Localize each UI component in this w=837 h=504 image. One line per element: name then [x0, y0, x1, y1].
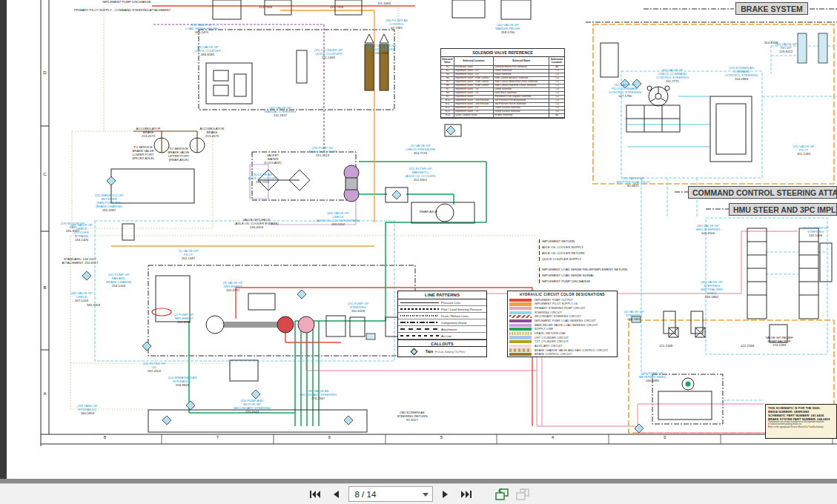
viewer-toolbar: 8 / 14: [0, 483, 837, 504]
schematic-annotation: 111-1463: [371, 1, 397, 5]
solenoid-table-title: SOLENOID VALVE REFERENCE: [441, 49, 564, 57]
solenoid-table-row: E14 Quick Coupler Valve Enable Solenoid …: [441, 114, 564, 118]
color-swatch: [509, 324, 532, 327]
next-page-button[interactable]: [437, 486, 454, 503]
component-label: (7) CYLINDER GP STEERING 142-1406: [792, 222, 837, 241]
callouts-title: CALLOUTS: [398, 339, 486, 347]
grid-row-label: C: [41, 172, 49, 179]
grid-row-label: A: [41, 391, 49, 399]
line-pattern-sample: [400, 335, 439, 336]
grid-column-label: 4: [497, 435, 609, 444]
previous-view-button[interactable]: [494, 486, 510, 503]
component-label: (12) VALVE GP SHUTTLE DUAL PILOT 8J-6875: [604, 173, 662, 191]
port-callout: IMPLEMENT LOAD SENSE SIGNAL: [539, 273, 595, 277]
color-swatch: [509, 328, 532, 331]
component-label: (1) VALVE GP PILOT 252-1587: [168, 245, 209, 264]
component-label: (8) CORE AS AXLE OIL COOLER 313-7721: [236, 169, 289, 188]
port-callout: IMPLEMENT LOAD SENSE RELIEF/IMPLEMENT RE…: [539, 268, 627, 271]
color-swatch: [509, 299, 532, 302]
component-label: (4) VALVE GP STEERING 246-5861: [612, 306, 655, 325]
component-label: (49) VALVE GP CHECK (COOLER BYPASS) 244-…: [61, 219, 102, 245]
color-swatch: [509, 307, 532, 310]
color-swatch: [509, 311, 532, 314]
line-pattern-row: Pilot / Load Sensing Pressure: [398, 306, 486, 313]
schematic-annotation: TO SERVICE BRAKE VALVE UPPER PORT (REAR …: [162, 147, 196, 162]
color-swatch: [509, 332, 532, 335]
next-view-button[interactable]: [515, 486, 531, 503]
color-swatch: [509, 348, 532, 351]
solenoid-table-header-cell: Solenoid Location: [454, 57, 494, 65]
grid-column-label: 7: [162, 435, 274, 444]
first-page-button[interactable]: [307, 486, 323, 503]
component-label: (27) SCREEN AS COMMAND CONTROL STEERING …: [713, 62, 770, 84]
section-title-hmu-steer: HMU STEER AND 3PC IMPLEMENT VALVE: [729, 203, 837, 216]
schematic-annotation: ACCUMULATOR BRAKE 213-4573: [194, 127, 230, 138]
schematic-annotation: 122-2348: [652, 344, 679, 348]
schematic-annotation: STANDARD: 244-5417 ATTACHMENT: 250-8517: [50, 257, 110, 265]
schematic-annotation: (38) SCREEN AS STEERING RETURN 9T-9227: [388, 411, 436, 422]
hydraulic-color-designations-table: HYDRAULIC CIRCUIT COLOR DESIGNATIONS IMP…: [507, 291, 618, 357]
component-label: (45) VALVE GP STEERING NEUTRALIZER (HMU)…: [688, 276, 735, 302]
component-label: (33) CYLINDER GP QUICK COUPLER 211-1463: [356, 40, 408, 59]
chevron-down-icon: [423, 493, 429, 497]
last-page-button[interactable]: [458, 486, 474, 503]
schematic-annotation: 122-2348: [734, 344, 761, 348]
color-swatch: [509, 302, 532, 305]
schematic-annotation: 314-3338: [758, 41, 784, 44]
component-label: (46) VALVE GP HMU STEERING 142-4500: [682, 220, 734, 239]
component-label: (30) FILTER AS CONTROL 47-7581: [374, 15, 419, 33]
page-selector[interactable]: 8 / 14: [348, 486, 433, 502]
component-label: (2) PUMP GP IMPLEMENT 241-8692: [162, 309, 206, 328]
note-box-line: Refer to the appropriate Service Manual …: [768, 426, 836, 428]
color-swatch: [509, 319, 532, 322]
component-label: (10) PUMP GP METERING (HMU) 246-6995: [626, 368, 678, 386]
line-pattern-sample: [400, 302, 439, 303]
component-label: (5) VALVE GP CHECK PRESSURE 353-7176: [394, 140, 446, 159]
color-swatch: [509, 345, 532, 348]
schematic-annotation: REAR AXLE: [414, 210, 443, 213]
component-label: (41) VALVE GP QUICK COUPLER 284-6585: [182, 42, 234, 60]
page-indicator: 8 / 14: [355, 490, 377, 499]
schematic-annotation: 330-9358: [80, 303, 107, 307]
schematic-annotation: JACKET WATER (COOLANT): [258, 153, 288, 165]
line-pattern-row: Component Group: [398, 319, 486, 326]
line-pattern-row: Drain / Return Lines: [398, 313, 486, 319]
tap-diamond-icon: [411, 348, 418, 356]
section-title-command-control-steering: COMMAND CONTROL STEERING ATTACHMENT: [688, 186, 837, 199]
color-swatch: [509, 340, 532, 343]
component-label: (40) VALVE GP MARGIN RELIEF 318-5730: [482, 19, 534, 38]
port-callout: AXLE OIL COOLER RETURN: [539, 251, 584, 255]
line-patterns-legend: LINE PATTERNS Pressure Line Pilot / Load…: [397, 291, 487, 357]
previous-page-button[interactable]: [328, 486, 344, 503]
solenoid-table-header-row: Solenoid ValveSolenoid LocationSolenoid …: [441, 57, 564, 66]
grid-column-label: 3: [609, 435, 721, 444]
line-pattern-sample: [400, 315, 439, 316]
component-label: (44) VALVE GP CHECK COMMAND CONTROL STEE…: [644, 64, 701, 87]
section-title-brake-system: BRAKE SYSTEM: [735, 2, 808, 15]
line-pattern-row: Air Line: [398, 333, 486, 339]
schematic-header-note: IMPLEMENT PUMP DISCHARGE: [93, 0, 161, 4]
schematic-annotation: 313-7668: [252, 5, 279, 9]
solenoid-table-header-cell: Solenoid Name: [494, 57, 549, 65]
port-callout: QUICK COUPLER SUPPLY: [539, 257, 581, 261]
solenoid-table-header-cell: Schematic Location: [549, 57, 564, 65]
color-swatch: [509, 353, 532, 356]
component-label: (20) MANIFOLD GP BETWEEN (FAN PUMP AND B…: [80, 190, 138, 216]
grid-row-label: D: [41, 70, 49, 78]
grid-column-label: 6: [274, 435, 386, 444]
color-table-title: HYDRAULIC CIRCUIT COLOR DESIGNATIONS: [508, 291, 617, 298]
solenoid-valve-reference-table: SOLENOID VALVE REFERENCE Solenoid ValveS…: [440, 48, 565, 119]
line-pattern-sample: [400, 308, 439, 310]
callouts-taps-row: Taps (Pressure, Sampling / Test Ports): [398, 347, 486, 357]
solenoid-table-header-cell: Solenoid Valve: [441, 57, 454, 65]
color-designation-row: BRAKE CONTROL CIRCUIT: [508, 352, 617, 357]
component-label: (25) PUMP GP STEERING 241-6209: [335, 298, 381, 316]
port-callout: IMPLEMENT RETURN: [539, 239, 575, 243]
schematic-annotation: 313-7958: [323, 5, 350, 9]
schematic-header-note: PRIMARY PILOT SUPPLY - COMMAND STEERING …: [52, 8, 193, 12]
schematic-linework: [0, 0, 837, 479]
component-label: (43) VALVE GP CHECK (AXLE OIL COOLER BYP…: [302, 208, 374, 230]
component-label: (15) FILTER GP MAGNETIC (AXLE OIL COOLER…: [393, 163, 448, 185]
line-pattern-row: Attachment: [398, 326, 486, 333]
component-label: (31) CYLINDER GP QUICK COUPLER 211-1463: [302, 44, 354, 63]
